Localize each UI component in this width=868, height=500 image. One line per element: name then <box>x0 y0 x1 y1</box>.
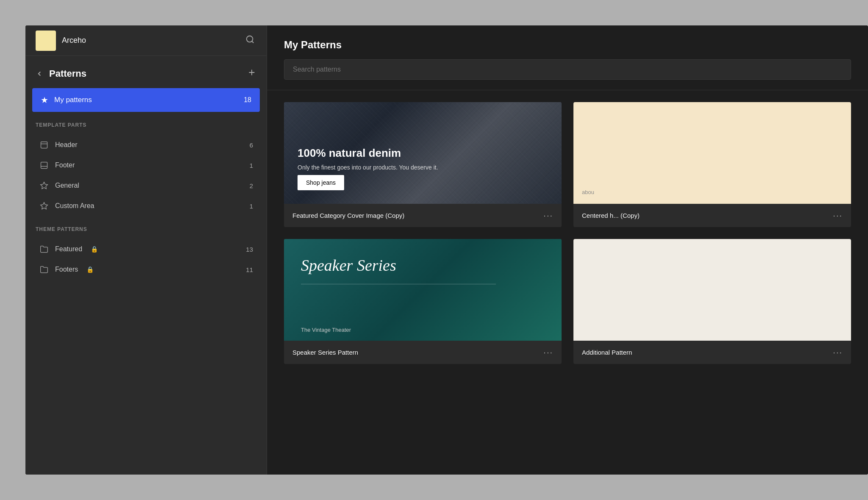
footer-label: Footer <box>55 161 75 169</box>
search-patterns-input[interactable] <box>284 59 851 80</box>
back-button[interactable] <box>36 70 43 78</box>
additional-card-title: Additional Pattern <box>582 349 632 356</box>
page-title: My Patterns <box>284 39 851 51</box>
sidebar-item-footer[interactable]: Footer 1 <box>29 155 263 175</box>
additional-menu-button[interactable]: ··· <box>833 347 843 357</box>
sidebar-item-header[interactable]: Header 6 <box>29 135 263 155</box>
custom-area-count: 1 <box>250 203 253 210</box>
my-patterns-count: 18 <box>244 96 251 104</box>
denim-pattern-preview: 100% natural denim Only the finest goes … <box>284 102 562 204</box>
search-icon <box>245 35 255 44</box>
pattern-card-centered: abou Centered h... (Copy) ··· <box>573 102 851 227</box>
footers-folder-icon <box>39 265 49 274</box>
svg-rect-4 <box>41 142 47 148</box>
my-patterns-label: My patterns <box>54 96 92 104</box>
denim-subtext: Only the finest goes into our products. … <box>298 164 548 171</box>
brand-name: Arceho <box>62 36 86 45</box>
sidebar-header: Arceho <box>25 25 267 56</box>
star-icon: ★ <box>41 95 48 105</box>
speaker-menu-button[interactable]: ··· <box>543 347 553 357</box>
footer-icon <box>39 161 49 169</box>
denim-heading: 100% natural denim <box>298 147 548 160</box>
footers-count: 11 <box>246 266 253 273</box>
footer-count: 1 <box>250 162 253 169</box>
theme-patterns-label: THEME PATTERNS <box>25 226 267 237</box>
denim-card-title: Featured Category Cover Image (Copy) <box>292 212 404 219</box>
sidebar-item-custom-area[interactable]: Custom Area 1 <box>29 196 263 216</box>
custom-area-label: Custom Area <box>55 202 94 210</box>
denim-menu-button[interactable]: ··· <box>543 211 553 220</box>
featured-label: Featured <box>55 245 82 253</box>
general-label: General <box>55 182 79 189</box>
speaker-pattern-preview: Speaker Series The Vintage Theater <box>284 239 562 341</box>
pattern-card-denim: 100% natural denim Only the finest goes … <box>284 102 562 227</box>
featured-count: 13 <box>246 246 253 253</box>
patterns-title: Patterns <box>49 68 247 79</box>
sidebar-item-general[interactable]: General 2 <box>29 175 263 196</box>
svg-line-1 <box>252 41 253 43</box>
featured-folder-icon <box>39 245 49 253</box>
svg-marker-9 <box>41 203 48 209</box>
custom-area-icon <box>39 202 49 210</box>
my-patterns-button[interactable]: ★ My patterns 18 <box>32 88 260 112</box>
search-button[interactable] <box>244 33 256 48</box>
svg-rect-6 <box>41 162 47 169</box>
pattern-card-additional: Additional Pattern ··· <box>573 239 851 364</box>
featured-lock-icon: 🔒 <box>91 246 98 253</box>
sidebar: Arceho Patterns <box>25 25 267 475</box>
back-arrow-icon <box>36 70 43 78</box>
plus-icon <box>247 68 256 77</box>
sidebar-item-featured[interactable]: Featured 🔒 13 <box>29 239 263 259</box>
speaker-card-title: Speaker Series Pattern <box>292 349 358 356</box>
brand-logo <box>36 31 56 51</box>
sidebar-item-footers[interactable]: Footers 🔒 11 <box>29 259 263 280</box>
app-window: Arceho Patterns <box>25 25 868 475</box>
header-label: Header <box>55 141 77 149</box>
header-count: 6 <box>250 142 253 149</box>
main-content: My Patterns 100% natural denim Only the … <box>267 25 868 475</box>
main-header: My Patterns <box>267 25 868 90</box>
general-count: 2 <box>250 182 253 189</box>
speaker-heading: Speaker Series <box>301 256 545 275</box>
patterns-nav-header: Patterns <box>25 56 267 88</box>
svg-point-0 <box>247 36 253 42</box>
centered-menu-button[interactable]: ··· <box>833 211 843 220</box>
general-icon <box>39 181 49 190</box>
footers-label: Footers <box>55 266 78 273</box>
speaker-subtitle: The Vintage Theater <box>301 327 545 333</box>
partial-teaser: abou <box>582 189 843 195</box>
pattern-card-speaker: Speaker Series The Vintage Theater Speak… <box>284 239 562 364</box>
sidebar-content: ★ My patterns 18 TEMPLATE PARTS Header <box>25 88 267 475</box>
shop-jeans-button[interactable]: Shop jeans <box>298 175 344 190</box>
header-icon <box>39 141 49 149</box>
svg-marker-8 <box>41 182 48 189</box>
footers-lock-icon: 🔒 <box>86 266 94 273</box>
template-parts-label: TEMPLATE PARTS <box>25 122 267 133</box>
add-pattern-button[interactable] <box>247 68 256 80</box>
patterns-grid: 100% natural denim Only the finest goes … <box>267 90 868 475</box>
brand: Arceho <box>36 31 86 51</box>
centered-card-title: Centered h... (Copy) <box>582 212 640 219</box>
